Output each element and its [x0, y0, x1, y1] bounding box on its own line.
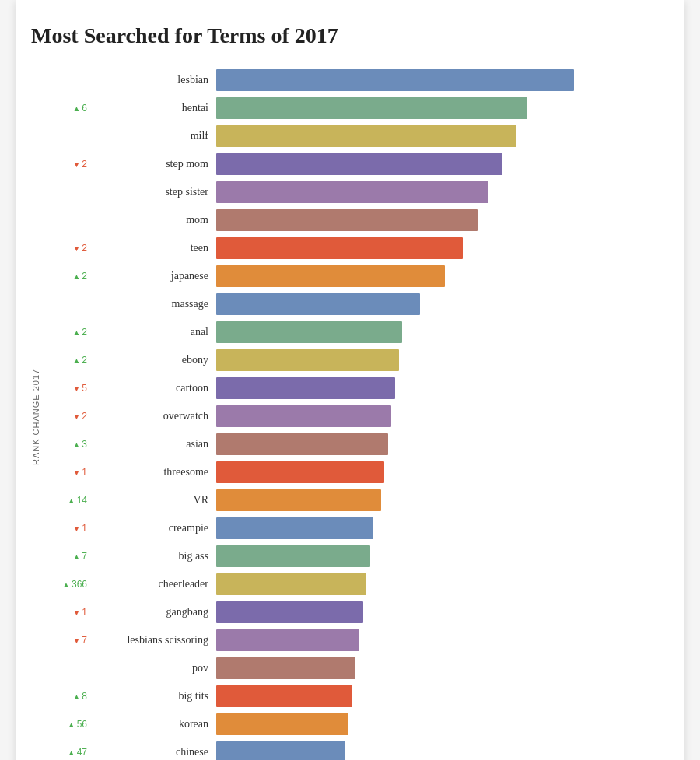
- bar: [216, 741, 345, 760]
- rank-change-cell: ▼1: [45, 607, 92, 618]
- rank-change-cell: ▲2: [45, 327, 92, 338]
- rank-change-cell: ▼7: [45, 635, 92, 646]
- rank-change-number: 2: [82, 271, 87, 282]
- arrow-down-icon: ▼: [72, 608, 80, 617]
- bar-wrapper: [216, 97, 661, 119]
- rank-change-number: 1: [82, 607, 87, 618]
- term-label: chinese: [92, 746, 216, 758]
- term-label: VR: [92, 494, 216, 506]
- bar-wrapper: [216, 349, 661, 371]
- rank-change-cell: ▲14: [45, 495, 92, 506]
- bar-wrapper: [216, 573, 661, 595]
- term-label: overwatch: [92, 410, 216, 422]
- term-label: mom: [92, 214, 216, 226]
- rank-change-number: 1: [82, 467, 87, 478]
- arrow-up-icon: ▲: [62, 580, 70, 589]
- term-label: big ass: [92, 550, 216, 562]
- bar: [216, 349, 399, 371]
- arrow-up-icon: ▲: [72, 692, 80, 701]
- bar: [216, 517, 373, 539]
- bar-row: ▲7big ass: [45, 543, 661, 569]
- rank-change-number: 56: [77, 719, 87, 730]
- rank-change-number: 7: [82, 551, 87, 562]
- term-label: lesbians scissoring: [92, 634, 216, 646]
- bar-row: ▼7lesbians scissoring: [45, 627, 661, 653]
- arrow-down-icon: ▼: [72, 244, 80, 253]
- term-label: gangbang: [92, 606, 216, 618]
- arrow-up-icon: ▲: [72, 440, 80, 449]
- term-label: hentai: [92, 102, 216, 114]
- bar: [216, 265, 445, 287]
- rank-change-cell: ▼2: [45, 243, 92, 254]
- rank-change-cell: ▲366: [45, 579, 92, 590]
- chart-card: Most Searched for Terms of 2017 RANK CHA…: [16, 0, 684, 760]
- bar-row: ▼2step mom: [45, 151, 661, 177]
- bar-wrapper: [216, 293, 661, 315]
- bar-wrapper: [216, 265, 661, 287]
- arrow-up-icon: ▲: [72, 272, 80, 281]
- bar-row: ▲366cheerleader: [45, 571, 661, 597]
- bar-row: ▲3asian: [45, 431, 661, 457]
- rank-change-number: 2: [82, 159, 87, 170]
- bar-wrapper: [216, 125, 661, 147]
- bar-wrapper: [216, 657, 661, 679]
- bar-wrapper: [216, 433, 661, 455]
- bar-wrapper: [216, 237, 661, 259]
- bar-wrapper: [216, 461, 661, 483]
- rank-change-number: 6: [82, 103, 87, 114]
- term-label: threesome: [92, 466, 216, 478]
- rank-change-number: 8: [82, 691, 87, 702]
- bar-row: step sister: [45, 179, 661, 205]
- rank-change-cell: ▲6: [45, 103, 92, 114]
- bar: [216, 685, 352, 707]
- rank-change-number: 1: [82, 523, 87, 534]
- bar: [216, 97, 527, 119]
- arrow-up-icon: ▲: [68, 496, 75, 505]
- rank-change-number: 5: [82, 383, 87, 394]
- rank-change-cell: ▲8: [45, 691, 92, 702]
- bar-row: lesbian: [45, 67, 661, 93]
- term-label: anal: [92, 326, 216, 338]
- rank-change-number: 7: [82, 635, 87, 646]
- bar-row: ▼2teen: [45, 235, 661, 261]
- bar-row: ▼5cartoon: [45, 375, 661, 401]
- bar-wrapper: [216, 377, 661, 399]
- bar-wrapper: [216, 69, 661, 91]
- arrow-down-icon: ▼: [72, 412, 80, 421]
- term-label: step mom: [92, 158, 216, 170]
- term-label: lesbian: [92, 74, 216, 86]
- rank-change-cell: ▲47: [45, 747, 92, 758]
- bar-wrapper: [216, 601, 661, 623]
- term-label: ebony: [92, 354, 216, 366]
- bar-row: ▲2ebony: [45, 347, 661, 373]
- arrow-up-icon: ▲: [68, 748, 75, 757]
- bar-row: ▲6hentai: [45, 95, 661, 121]
- term-label: japanese: [92, 270, 216, 282]
- bar-row: ▲56korean: [45, 711, 661, 737]
- rank-change-cell: ▼1: [45, 523, 92, 534]
- rank-change-cell: ▼1: [45, 467, 92, 478]
- rank-change-number: 14: [77, 495, 87, 506]
- bar-row: mom: [45, 207, 661, 233]
- arrow-down-icon: ▼: [72, 468, 80, 477]
- rank-change-cell: ▲3: [45, 439, 92, 450]
- term-label: teen: [92, 242, 216, 254]
- bar-wrapper: [216, 685, 661, 707]
- bar: [216, 181, 488, 203]
- bar: [216, 405, 391, 427]
- bar-wrapper: [216, 153, 661, 175]
- chart-area: RANK CHANGE 2017 lesbian▲6hentaimilf▼2st…: [31, 67, 661, 760]
- rank-change-number: 3: [82, 439, 87, 450]
- bar-row: milf: [45, 123, 661, 149]
- chart-title: Most Searched for Terms of 2017: [31, 23, 661, 48]
- arrow-up-icon: ▲: [68, 720, 75, 729]
- bar: [216, 629, 359, 651]
- bar: [216, 657, 355, 679]
- rank-change-cell: ▲2: [45, 355, 92, 366]
- term-label: pov: [92, 662, 216, 674]
- bar-row: ▲47chinese: [45, 739, 661, 760]
- bar-row: ▲8big tits: [45, 683, 661, 709]
- bar-wrapper: [216, 209, 661, 231]
- bar: [216, 377, 395, 399]
- rank-change-cell: ▼5: [45, 383, 92, 394]
